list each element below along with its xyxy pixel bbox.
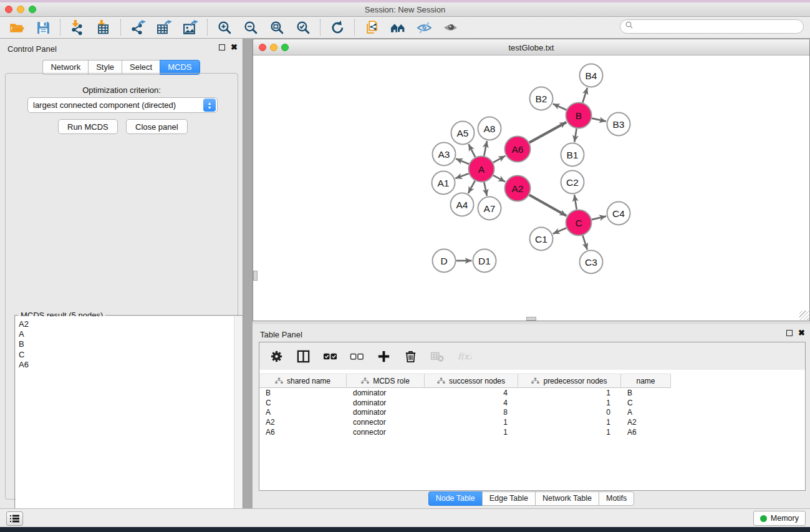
graph-node-B3[interactable]: B3: [607, 113, 630, 136]
tab-edge-table[interactable]: Edge Table: [482, 491, 535, 506]
resize-grip-icon[interactable]: [799, 311, 809, 320]
table-row[interactable]: A6connector11A6: [259, 427, 805, 437]
zoom-in-icon[interactable]: [214, 18, 235, 37]
graph-node-A[interactable]: A: [469, 157, 494, 182]
graph-edge-A-A7[interactable]: [484, 182, 487, 196]
graph-node-C1[interactable]: C1: [530, 228, 553, 251]
graph-node-A3[interactable]: A3: [433, 143, 456, 166]
save-icon[interactable]: [32, 18, 54, 37]
graph-edge-C-C3[interactable]: [583, 235, 587, 249]
export-table-icon[interactable]: [153, 18, 175, 37]
column-header-name[interactable]: name: [621, 374, 671, 388]
refresh-icon[interactable]: [327, 18, 348, 37]
close-panel-icon[interactable]: ✖: [798, 330, 805, 336]
show-eye-icon[interactable]: [440, 18, 461, 37]
graph-node-A4[interactable]: A4: [451, 193, 474, 216]
graph-node-C3[interactable]: C3: [580, 251, 603, 274]
tab-motifs[interactable]: Motifs: [599, 491, 634, 506]
panel-divider[interactable]: [243, 39, 253, 508]
delete-row-icon[interactable]: [402, 348, 418, 364]
search-input[interactable]: [620, 19, 804, 34]
graph-node-label: B4: [586, 70, 597, 81]
graph-node-B4[interactable]: B4: [580, 64, 603, 87]
tab-node-table[interactable]: Node Table: [428, 491, 482, 506]
table-row[interactable]: A2connector11A2: [259, 417, 805, 427]
graph-node-A6[interactable]: A6: [505, 137, 531, 162]
zoom-out-icon[interactable]: [240, 18, 261, 37]
split-handle-icon[interactable]: [253, 271, 258, 281]
graph-node-A2[interactable]: A2: [505, 176, 531, 201]
gear-icon[interactable]: [268, 348, 284, 364]
graph-edge-A-A4[interactable]: [468, 181, 475, 193]
memory-button[interactable]: Memory: [753, 511, 806, 526]
export-image-icon[interactable]: [180, 18, 201, 37]
float-panel-icon[interactable]: [786, 330, 793, 336]
result-list-item[interactable]: C: [16, 350, 242, 360]
clone-network-icon[interactable]: [361, 18, 382, 37]
export-network-icon[interactable]: [127, 18, 148, 37]
graph-edge-A-A5[interactable]: [468, 144, 475, 157]
graph-edge-A-A1[interactable]: [455, 173, 468, 178]
graph-node-A7[interactable]: A7: [478, 197, 501, 220]
graph-edge-A-A6[interactable]: [493, 156, 505, 163]
graph-node-B[interactable]: B: [566, 103, 592, 128]
run-mcds-button[interactable]: Run MCDS: [58, 119, 118, 134]
result-list-item[interactable]: A: [16, 329, 242, 339]
network-canvas[interactable]: B4B2BB3A8A5A6A3B1AA1C2A2A4A7C4CC1C3DD1: [253, 56, 809, 321]
graph-edge-B-B2[interactable]: [553, 104, 567, 110]
close-panel-icon[interactable]: ✖: [231, 44, 238, 51]
graph-node-C4[interactable]: C4: [607, 202, 630, 225]
graph-node-C2[interactable]: C2: [561, 171, 584, 194]
column-header-MCDS-role[interactable]: MCDS role: [347, 374, 425, 388]
result-list-item[interactable]: B: [16, 339, 242, 349]
graph-edge-A6-B[interactable]: [529, 122, 566, 143]
deselect-all-icon[interactable]: [349, 348, 365, 364]
result-scrollbar[interactable]: [234, 316, 242, 530]
zoom-selected-icon[interactable]: [292, 18, 314, 37]
import-network-icon[interactable]: [67, 18, 88, 37]
graph-edge-A2-C[interactable]: [529, 195, 567, 216]
graph-node-A1[interactable]: A1: [432, 172, 455, 195]
table-row[interactable]: Adominator80A: [259, 408, 805, 418]
close-panel-button[interactable]: Close panel: [126, 119, 188, 134]
chevron-updown-icon: ▲▼: [203, 99, 216, 112]
zoom-fit-icon[interactable]: [266, 18, 287, 37]
graph-edge-C-C4[interactable]: [592, 216, 606, 220]
home-icon[interactable]: [387, 18, 408, 37]
graph-edge-A-A8[interactable]: [484, 141, 487, 156]
result-list-item[interactable]: A6: [16, 360, 242, 370]
graph-edge-B-B3[interactable]: [592, 118, 606, 122]
column-header-shared-name[interactable]: shared name: [259, 374, 347, 388]
graph-node-D[interactable]: D: [433, 249, 456, 273]
columns-icon[interactable]: [295, 348, 311, 364]
select-all-icon[interactable]: [322, 348, 338, 364]
graph-edge-A-A2[interactable]: [493, 175, 505, 181]
table-row[interactable]: Bdominator41B: [259, 388, 805, 398]
graph-node-C[interactable]: C: [566, 210, 592, 236]
tab-network-table[interactable]: Network Table: [535, 491, 599, 506]
column-header-successor-nodes[interactable]: successor nodes: [425, 374, 518, 388]
table-row[interactable]: Cdominator41C: [259, 398, 805, 408]
add-row-icon[interactable]: [375, 348, 392, 364]
split-handle-icon[interactable]: [526, 317, 536, 321]
hide-panel-icon[interactable]: [413, 18, 435, 37]
import-table-icon[interactable]: [93, 18, 114, 37]
graph-edge-B-B1[interactable]: [574, 128, 576, 142]
graph-edge-C-C1[interactable]: [553, 228, 566, 234]
open-folder-icon[interactable]: [6, 18, 27, 37]
float-panel-icon[interactable]: [219, 44, 225, 51]
graph-edge-C-C2[interactable]: [574, 195, 577, 209]
memory-label: Memory: [771, 514, 799, 523]
graph-node-A5[interactable]: A5: [451, 122, 475, 145]
column-header-predecessor-nodes[interactable]: predecessor nodes: [518, 374, 621, 388]
result-list-item[interactable]: A2: [16, 319, 242, 329]
graph-node-D1[interactable]: D1: [473, 249, 496, 273]
graph-edge-A-A3[interactable]: [456, 159, 469, 164]
graph-edge-B-B4[interactable]: [582, 88, 587, 103]
criterion-dropdown[interactable]: largest connected component (directed) ▲…: [27, 97, 218, 113]
graph-node-A8[interactable]: A8: [478, 117, 501, 140]
graph-node-B1[interactable]: B1: [561, 143, 584, 167]
network-window-titlebar[interactable]: testGlobe.txt: [253, 39, 809, 56]
task-history-button[interactable]: [6, 511, 23, 526]
graph-node-B2[interactable]: B2: [530, 87, 553, 110]
